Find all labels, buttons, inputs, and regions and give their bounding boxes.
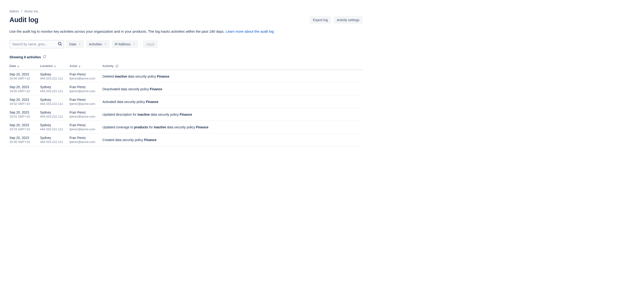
search-icon[interactable] — [58, 41, 62, 47]
row-ip: 444.333.222.111 — [40, 115, 67, 118]
row-date: Sep 20, 2023 — [10, 136, 37, 140]
row-email: fperez@acme.com — [70, 140, 100, 144]
row-actor: Fran Perez — [70, 136, 100, 140]
row-date: Sep 20, 2023 — [10, 123, 37, 127]
row-actor: Fran Perez — [70, 85, 100, 89]
row-email: fperez@acme.com — [70, 89, 100, 93]
row-email: fperez@acme.com — [70, 115, 100, 118]
activities-filter[interactable]: Activities — [86, 40, 110, 48]
row-date: Sep 20, 2023 — [10, 98, 37, 102]
intro-text: Use the audit log to monitor key activit… — [10, 29, 363, 33]
row-actor: Fran Perez — [70, 72, 100, 76]
date-filter[interactable]: Date — [66, 40, 84, 48]
row-city: Sydney — [40, 98, 67, 102]
row-email: fperez@acme.com — [70, 102, 100, 106]
search-input[interactable] — [10, 40, 64, 48]
row-activity: Activated data security policy Finance — [102, 100, 360, 104]
chevron-down-icon — [132, 43, 135, 46]
row-email: fperez@acme.com — [70, 128, 100, 131]
row-date: Sep 20, 2023 — [10, 72, 37, 76]
column-location[interactable]: Location▲▼ — [40, 62, 70, 70]
breadcrumb-org[interactable]: Acme Inc. — [24, 9, 39, 13]
breadcrumb-separator: / — [21, 9, 22, 13]
learn-more-link[interactable]: Learn more about the audit log — [226, 29, 274, 33]
page-title: Audit log — [10, 16, 38, 24]
svg-line-1 — [61, 45, 62, 46]
row-email: fperez@acme.com — [70, 77, 100, 80]
info-icon[interactable] — [116, 65, 118, 68]
apply-button[interactable]: Apply — [143, 40, 158, 48]
sort-icon: ▲▼ — [54, 65, 56, 67]
row-ip: 444.333.222.111 — [40, 89, 67, 93]
row-date: Sep 20, 2023 — [10, 111, 37, 114]
svg-point-4 — [117, 66, 117, 66]
row-time: 19:51 GMT+10 — [10, 115, 37, 118]
row-ip: 444.333.222.111 — [40, 77, 67, 80]
row-activity: Updated description for inactive data se… — [102, 113, 360, 116]
breadcrumb-admin[interactable]: Admin — [10, 9, 19, 13]
activity-settings-button[interactable]: Activity settings — [334, 16, 363, 24]
ip-address-filter[interactable]: IP Address — [112, 40, 138, 48]
table-row[interactable]: Sep 20, 202319:51 GMT+10Sydney444.333.22… — [10, 108, 363, 121]
table-row[interactable]: Sep 20, 202319:30 GMT+10Sydney444.333.22… — [10, 134, 363, 146]
refresh-icon[interactable] — [43, 55, 46, 59]
column-actor[interactable]: Actor▲▼ — [70, 62, 102, 70]
table-row[interactable]: Sep 20, 202320:00 GMT+10Sydney444.333.22… — [10, 70, 363, 83]
row-city: Sydney — [40, 72, 67, 76]
sort-icon: ▲▼ — [17, 65, 19, 67]
filter-bar: Date Activities IP Address Apply — [10, 40, 363, 48]
row-city: Sydney — [40, 123, 67, 127]
row-city: Sydney — [40, 85, 67, 89]
sort-icon: ▲▼ — [78, 65, 81, 67]
row-actor: Fran Perez — [70, 111, 100, 114]
row-date: Sep 20, 2023 — [10, 85, 37, 89]
chevron-down-icon — [78, 43, 81, 46]
table-row[interactable]: Sep 20, 202319:55 GMT+10Sydney444.333.22… — [10, 83, 363, 95]
row-actor: Fran Perez — [70, 98, 100, 102]
row-ip: 444.333.222.111 — [40, 140, 67, 144]
row-city: Sydney — [40, 136, 67, 140]
row-time: 20:00 GMT+10 — [10, 77, 37, 80]
row-activity: Deleted inactive data security policy Fi… — [102, 75, 360, 78]
export-log-button[interactable]: Export log — [310, 16, 331, 24]
row-activity: Created data security policy Finance — [102, 138, 360, 142]
row-time: 19:52 GMT+10 — [10, 102, 37, 106]
row-activity: Deactivated data security policy Finance — [102, 87, 360, 91]
row-actor: Fran Perez — [70, 123, 100, 127]
table-row[interactable]: Sep 20, 202319:33 GMT+10Sydney444.333.22… — [10, 121, 363, 134]
row-time: 19:30 GMT+10 — [10, 140, 37, 144]
row-time: 19:55 GMT+10 — [10, 89, 37, 93]
column-date[interactable]: Date▲▼ — [10, 62, 40, 70]
breadcrumb: Admin / Acme Inc. — [10, 9, 363, 13]
row-city: Sydney — [40, 111, 67, 114]
chevron-down-icon — [104, 43, 107, 46]
svg-point-0 — [58, 42, 61, 45]
audit-table: Date▲▼ Location▲▼ Actor▲▼ Activity Sep 2… — [10, 62, 363, 146]
row-time: 19:33 GMT+10 — [10, 128, 37, 131]
results-summary: Showing 6 activities — [10, 55, 363, 59]
row-ip: 444.333.222.111 — [40, 102, 67, 106]
column-activity: Activity — [102, 62, 363, 70]
row-ip: 444.333.222.111 — [40, 128, 67, 131]
table-row[interactable]: Sep 20, 202319:52 GMT+10Sydney444.333.22… — [10, 95, 363, 108]
row-activity: Updated coverage to products for inactiv… — [102, 125, 360, 129]
